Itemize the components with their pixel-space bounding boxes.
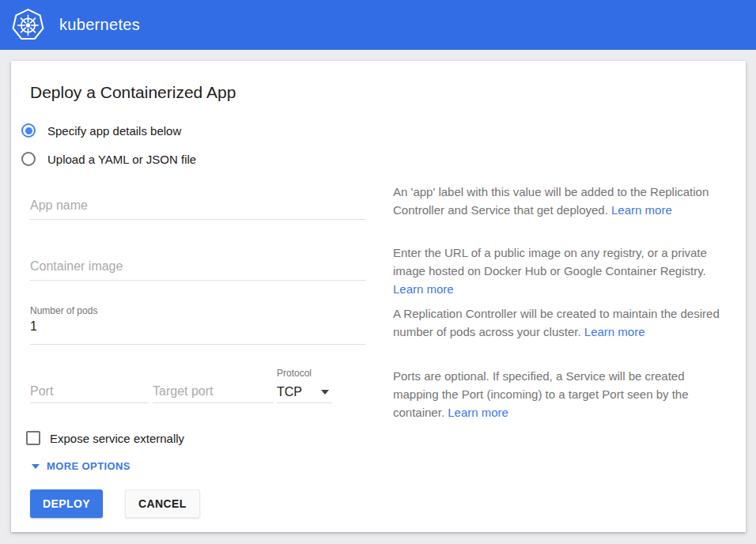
ports-help: Ports are optional. If specified, a Serv… bbox=[393, 367, 727, 421]
radio-label: Specify app details below bbox=[47, 124, 181, 138]
ports-row: Protocol TCP Ports are optional. If spec… bbox=[30, 367, 727, 421]
help-text: Ports are optional. If specified, a Serv… bbox=[393, 369, 689, 419]
dropdown-arrow-icon bbox=[321, 390, 329, 395]
help-text: Enter the URL of a public image on any r… bbox=[393, 246, 707, 278]
container-image-help: Enter the URL of a public image on any r… bbox=[393, 244, 727, 298]
kubernetes-logo-icon bbox=[10, 7, 46, 43]
learn-more-link[interactable]: Learn more bbox=[448, 406, 508, 419]
pods-help: A Replication Controller will be created… bbox=[393, 304, 727, 341]
app-name-row: An 'app' label with this value will be a… bbox=[30, 183, 727, 230]
port-input[interactable] bbox=[30, 384, 149, 403]
protocol-label: Protocol bbox=[277, 367, 332, 380]
more-options-toggle[interactable]: MORE OPTIONS bbox=[32, 460, 727, 472]
protocol-field: Protocol TCP bbox=[277, 367, 332, 403]
learn-more-link[interactable]: Learn more bbox=[393, 282, 454, 296]
expose-service-checkbox-row[interactable]: Expose service externally bbox=[26, 430, 727, 446]
protocol-select[interactable]: TCP bbox=[277, 383, 332, 403]
radio-upload-yaml-json[interactable]: Upload a YAML or JSON file bbox=[21, 151, 727, 167]
target-port-input[interactable] bbox=[153, 384, 274, 403]
number-of-pods-input[interactable] bbox=[30, 319, 366, 345]
container-image-input[interactable] bbox=[30, 259, 366, 281]
protocol-selected-value: TCP bbox=[277, 385, 302, 399]
number-of-pods-row: Number of pods A Replication Controller … bbox=[30, 304, 727, 346]
help-text: A Replication Controller will be created… bbox=[393, 307, 720, 338]
radio-label: Upload a YAML or JSON file bbox=[47, 153, 196, 166]
radio-selected-icon[interactable] bbox=[21, 123, 36, 138]
app-name-help: An 'app' label with this value will be a… bbox=[393, 183, 727, 219]
checkbox-unchecked-icon[interactable] bbox=[26, 431, 40, 445]
number-of-pods-label: Number of pods bbox=[30, 304, 366, 317]
arrow-dropdown-icon bbox=[32, 464, 40, 469]
action-buttons: DEPLOY CANCEL bbox=[30, 489, 727, 518]
radio-unselected-icon[interactable] bbox=[21, 152, 36, 166]
cancel-button[interactable]: CANCEL bbox=[125, 489, 200, 518]
app-name-input[interactable] bbox=[30, 198, 366, 220]
learn-more-link[interactable]: Learn more bbox=[584, 325, 645, 338]
deploy-button[interactable]: DEPLOY bbox=[30, 489, 103, 518]
radio-specify-app-details[interactable]: Specify app details below bbox=[21, 123, 727, 138]
page-title: Deploy a Containerized App bbox=[30, 81, 727, 104]
app-title: kubernetes bbox=[59, 16, 140, 34]
learn-more-link[interactable]: Learn more bbox=[611, 203, 672, 217]
deploy-card: Deploy a Containerized App Specify app d… bbox=[11, 61, 746, 532]
deploy-source-radio-group: Specify app details below Upload a YAML … bbox=[30, 123, 727, 167]
app-header: kubernetes bbox=[0, 0, 756, 50]
more-options-label: MORE OPTIONS bbox=[47, 460, 130, 472]
expose-service-label: Expose service externally bbox=[50, 432, 184, 445]
container-image-row: Enter the URL of a public image on any r… bbox=[30, 244, 727, 298]
